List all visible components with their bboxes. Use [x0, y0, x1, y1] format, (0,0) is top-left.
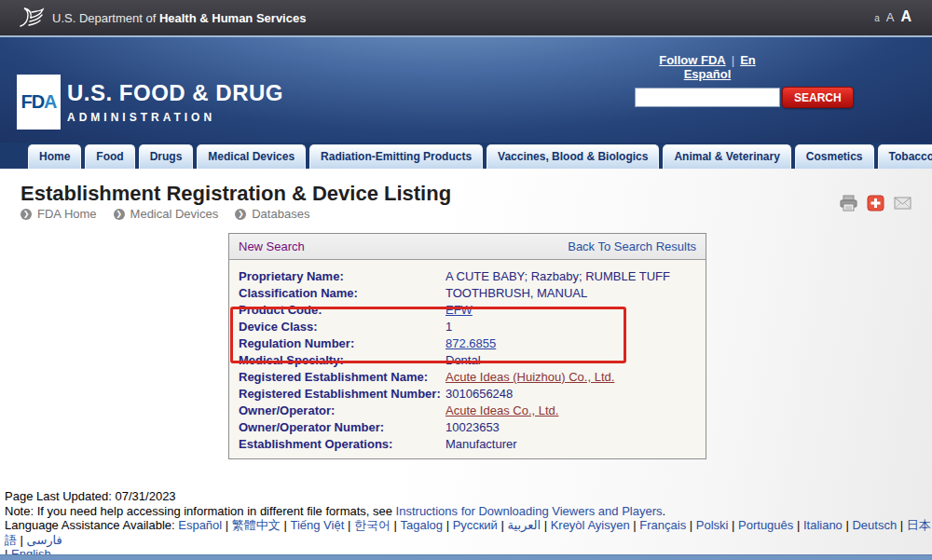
- field-label: Proprietary Name:: [229, 268, 445, 285]
- font-size-large-button[interactable]: A: [900, 8, 911, 25]
- font-size-small-button[interactable]: a: [874, 13, 880, 23]
- nav-tab-food[interactable]: Food: [85, 144, 134, 169]
- field-label: Owner/Operator Number:: [229, 419, 445, 436]
- results-header: New Search Back To Search Results: [229, 234, 706, 260]
- language-separator: |: [344, 518, 354, 532]
- language-separator: |: [630, 518, 640, 532]
- language-link[interactable]: 한국어: [354, 518, 391, 532]
- header-links: Follow FDA|En Español: [635, 53, 780, 81]
- language-link[interactable]: 繁體中文: [232, 518, 281, 532]
- bottom-accent-bar: [0, 554, 932, 560]
- result-row: Product Code:EFW: [229, 302, 706, 319]
- follow-fda-link[interactable]: Follow FDA: [659, 53, 726, 67]
- field-label: Medical Specialty:: [229, 352, 445, 369]
- field-value: Dental: [445, 353, 481, 367]
- breadcrumb-item: ❯Medical Devices: [114, 207, 219, 221]
- hhs-department-link[interactable]: U.S. Department of Health & Human Servic…: [17, 6, 306, 30]
- language-separator: |: [17, 533, 27, 547]
- language-separator: |: [728, 518, 738, 532]
- page-action-icons: [840, 195, 911, 212]
- nav-tab-tobacco-products[interactable]: Tobacco Products: [878, 144, 932, 169]
- language-separator: |: [686, 518, 696, 532]
- result-row: Regulation Number:872.6855: [229, 335, 706, 352]
- share-icon[interactable]: [867, 195, 884, 212]
- nav-tab-radiation-emitting-products[interactable]: Radiation-Emitting Products: [309, 144, 483, 169]
- language-link[interactable]: Tiếng Việt: [290, 518, 344, 532]
- nav-tab-drugs[interactable]: Drugs: [139, 144, 194, 169]
- font-size-controls: a A A: [874, 8, 911, 25]
- breadcrumb-arrow-icon: ❯: [21, 209, 32, 220]
- result-row: Establishment Operations:Manufacturer: [229, 436, 706, 453]
- language-separator: |: [498, 518, 508, 532]
- fda-logo[interactable]: FDA: [17, 75, 61, 130]
- language-link[interactable]: Русский: [453, 518, 498, 532]
- field-value: TOOTHBRUSH, MANUAL: [445, 286, 587, 300]
- result-row: Registered Establishment Number:30106562…: [229, 386, 706, 403]
- result-row: Classification Name:TOOTHBRUSH, MANUAL: [229, 285, 706, 302]
- nav-tab-medical-devices[interactable]: Medical Devices: [197, 144, 306, 169]
- field-value-link[interactable]: EFW: [445, 303, 473, 317]
- breadcrumb-link-databases[interactable]: Databases: [252, 207, 309, 221]
- note-text: Note: If you need help accessing informa…: [5, 504, 396, 518]
- breadcrumb-arrow-icon: ❯: [114, 209, 125, 220]
- language-link[interactable]: العربية: [508, 518, 541, 532]
- language-separator: |: [897, 518, 907, 532]
- language-separator: |: [222, 518, 232, 532]
- new-search-link[interactable]: New Search: [239, 239, 305, 253]
- field-value-link[interactable]: Acute Ideas (Huizhou) Co., Ltd.: [445, 370, 614, 384]
- language-separator: |: [793, 518, 803, 532]
- viewers-players-link[interactable]: Instructions for Downloading Viewers and…: [396, 504, 663, 518]
- field-value-link[interactable]: 872.6855: [445, 336, 496, 350]
- field-label: Owner/Operator:: [229, 403, 445, 419]
- back-to-search-results-link[interactable]: Back To Search Results: [568, 239, 696, 253]
- language-link[interactable]: Português: [738, 518, 793, 532]
- note-suffix: .: [663, 504, 666, 518]
- footer: Page Last Updated: 07/31/2023 Note: If y…: [5, 489, 932, 560]
- nav-tab-home[interactable]: Home: [28, 144, 81, 169]
- breadcrumb-link-fda-home[interactable]: FDA Home: [37, 207, 97, 221]
- language-link[interactable]: Deutsch: [852, 518, 897, 532]
- field-label: Product Code:: [229, 302, 445, 319]
- hhs-dept-name: Health & Human Services: [159, 11, 307, 25]
- language-link[interactable]: Français: [639, 518, 686, 532]
- search-input[interactable]: [635, 88, 780, 107]
- result-row: Proprietary Name:A CUTE BABY; Razbaby; R…: [229, 268, 706, 285]
- fda-title-line1: U.S. FOOD & DRUG: [67, 80, 283, 106]
- breadcrumb-arrow-icon: ❯: [235, 209, 246, 220]
- field-label: Registered Establishment Name:: [229, 369, 445, 386]
- language-link[interactable]: Polski: [696, 518, 729, 532]
- font-size-medium-button[interactable]: A: [886, 10, 895, 24]
- fda-title-line2: ADMINISTRATION: [67, 111, 283, 124]
- field-label: Classification Name:: [229, 285, 445, 302]
- main-content: Establishment Registration & Device List…: [0, 169, 932, 554]
- language-link[interactable]: Tagalog: [400, 518, 443, 532]
- language-link[interactable]: Kreyòl Ayisyen: [551, 518, 630, 532]
- breadcrumb-item: ❯Databases: [235, 207, 309, 221]
- result-row: Medical Specialty:Dental: [229, 352, 706, 369]
- device-listing-box: New Search Back To Search Results Propri…: [228, 233, 706, 459]
- fda-header: FDA U.S. FOOD & DRUG ADMINISTRATION Foll…: [0, 35, 932, 143]
- hhs-eagle-icon: [17, 6, 45, 30]
- search-button[interactable]: SEARCH: [782, 87, 854, 108]
- field-value: A CUTE BABY; Razbaby; RUMBLE TUFF: [445, 269, 670, 283]
- search-row: SEARCH: [635, 87, 843, 108]
- email-icon[interactable]: [894, 195, 911, 212]
- language-link[interactable]: Español: [178, 518, 222, 532]
- nav-tab-animal-veterinary[interactable]: Animal & Veterinary: [663, 144, 790, 169]
- page-title: Establishment Registration & Device List…: [21, 182, 451, 206]
- language-link[interactable]: Italiano: [803, 518, 843, 532]
- result-row: Owner/Operator Number:10023653: [229, 419, 706, 436]
- language-label: Language Assistance Available:: [5, 518, 178, 532]
- language-link[interactable]: فارسی: [27, 533, 62, 547]
- fda-logo-text: FDA: [21, 91, 56, 113]
- breadcrumb-link-medical-devices[interactable]: Medical Devices: [130, 207, 219, 221]
- field-value: 1: [445, 320, 452, 334]
- nav-tab-cosmetics[interactable]: Cosmetics: [795, 144, 874, 169]
- page-last-updated: Page Last Updated: 07/31/2023: [5, 489, 932, 504]
- field-value: 3010656248: [445, 387, 513, 401]
- link-separator: |: [732, 53, 734, 67]
- field-value-link[interactable]: Acute Ideas Co., Ltd.: [445, 403, 558, 417]
- language-separator: |: [281, 518, 291, 532]
- nav-tab-vaccines-blood-biologics[interactable]: Vaccines, Blood & Biologics: [487, 144, 659, 169]
- printer-icon[interactable]: [840, 195, 857, 212]
